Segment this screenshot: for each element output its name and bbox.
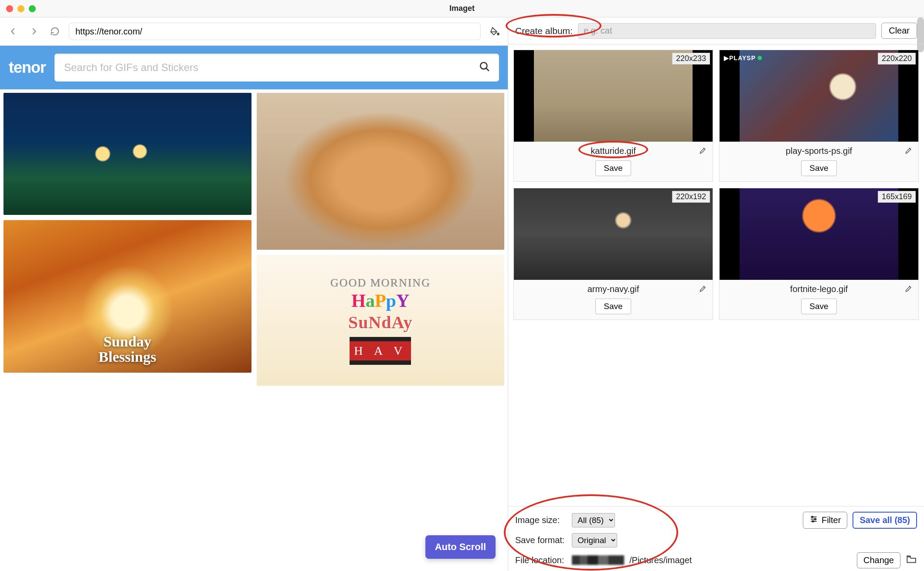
minimize-window-button[interactable] <box>17 5 24 12</box>
auto-scroll-button[interactable]: Auto Scroll <box>425 535 496 559</box>
gif-text: H A V <box>350 337 411 365</box>
filename-row: fortnite-lego.gif <box>720 280 918 299</box>
reload-button[interactable] <box>48 24 62 38</box>
filename-label: play-sports-ps.gif <box>786 146 852 156</box>
filename-row: katturide.gif <box>514 142 713 160</box>
filename-row: play-sports-ps.gif <box>720 142 918 160</box>
bottom-controls: Image size: All (85) Filter Save all (85… <box>508 506 924 571</box>
results-grid: 220x233katturide.gifSave220x220▶PLAYSPpl… <box>508 44 924 506</box>
window-titlebar: Imaget <box>0 0 924 17</box>
save-button[interactable]: Save <box>595 299 631 314</box>
folder-icon[interactable] <box>906 554 917 567</box>
gif-tile-autumn-blessings[interactable]: Sunday Blessings <box>3 220 251 373</box>
gif-tile-cat[interactable] <box>257 93 505 250</box>
window-controls <box>6 5 36 12</box>
save-button[interactable]: Save <box>801 299 836 314</box>
result-card: 220x192army-navy.gifSave <box>513 188 713 320</box>
filename-label: katturide.gif <box>591 146 635 156</box>
image-size-label: Image size: <box>515 515 567 525</box>
gif-text: GOOD MORNING <box>330 276 431 289</box>
svg-point-3 <box>815 518 816 520</box>
window-title: Imaget <box>0 4 924 13</box>
edit-icon[interactable] <box>904 146 913 155</box>
gif-text: SuNdAy <box>348 312 413 333</box>
svg-point-2 <box>812 516 813 517</box>
image-size-select[interactable]: All (85) <box>572 513 615 527</box>
tenor-header: tenor <box>0 46 508 89</box>
watermark-label: ▶PLAYSP <box>724 54 762 61</box>
result-thumbnail[interactable]: 220x233 <box>514 50 713 142</box>
result-thumbnail[interactable]: 220x220▶PLAYSP <box>720 50 918 142</box>
save-button[interactable]: Save <box>595 160 631 176</box>
filename-label: fortnite-lego.gif <box>790 284 848 294</box>
tenor-logo: tenor <box>9 58 46 77</box>
tenor-search-input[interactable] <box>63 61 479 74</box>
dimension-badge: 165x169 <box>878 191 916 203</box>
album-row: Create album: Clear <box>508 17 924 44</box>
paint-bucket-icon[interactable] <box>488 24 502 38</box>
result-card: 220x220▶PLAYSPplay-sports-ps.gifSave <box>719 50 919 182</box>
edit-icon[interactable] <box>904 284 913 293</box>
embedded-site: tenor Sunday Blessings <box>0 46 508 571</box>
save-format-select[interactable]: Original <box>572 533 617 547</box>
file-location-path: /Pictures/imaget <box>629 555 692 565</box>
maximize-window-button[interactable] <box>29 5 36 12</box>
search-icon[interactable] <box>479 61 490 75</box>
filter-button[interactable]: Filter <box>803 512 847 529</box>
filename-label: army-navy.gif <box>588 284 639 294</box>
save-button[interactable]: Save <box>801 160 836 176</box>
create-album-input[interactable] <box>578 23 876 39</box>
browser-pane: tenor Sunday Blessings <box>0 17 508 571</box>
address-bar <box>0 17 508 46</box>
back-button[interactable] <box>6 24 20 38</box>
dimension-badge: 220x192 <box>672 191 710 203</box>
result-thumbnail[interactable]: 220x192 <box>514 188 713 280</box>
result-thumbnail[interactable]: 165x169 <box>720 188 918 280</box>
dimension-badge: 220x220 <box>878 53 916 65</box>
save-format-label: Save format: <box>515 535 567 545</box>
close-window-button[interactable] <box>6 5 13 12</box>
create-album-label: Create album: <box>515 26 573 36</box>
tenor-gif-grid: Sunday Blessings GOOD MORNING HaPpY SuNd… <box>0 89 508 571</box>
downloader-pane: Create album: Clear 220x233katturide.gif… <box>508 17 924 571</box>
gif-text: HaPpY <box>351 290 409 311</box>
forward-button[interactable] <box>27 24 41 38</box>
dimension-badge: 220x233 <box>672 53 710 65</box>
save-all-button[interactable]: Save all (85) <box>853 512 917 529</box>
edit-icon[interactable] <box>699 284 707 293</box>
gif-tile-happy-sunday[interactable]: GOOD MORNING HaPpY SuNdAy H A V <box>257 255 505 386</box>
file-location-label: File location: <box>515 555 567 565</box>
file-location-redacted <box>572 555 624 565</box>
svg-point-0 <box>497 33 499 35</box>
clear-button[interactable]: Clear <box>881 23 917 39</box>
sliders-icon <box>809 515 818 526</box>
filename-row: army-navy.gif <box>514 280 713 299</box>
url-input[interactable] <box>69 23 481 40</box>
gif-tile-candles[interactable] <box>3 93 251 215</box>
svg-point-1 <box>480 62 487 69</box>
gif-overlay-text: Sunday Blessings <box>3 334 251 365</box>
tenor-search-bar[interactable] <box>54 54 499 82</box>
result-card: 165x169fortnite-lego.gifSave <box>719 188 919 320</box>
edit-icon[interactable] <box>699 146 707 155</box>
result-card: 220x233katturide.gifSave <box>513 50 713 182</box>
change-location-button[interactable]: Change <box>857 552 900 568</box>
svg-point-4 <box>812 520 814 522</box>
